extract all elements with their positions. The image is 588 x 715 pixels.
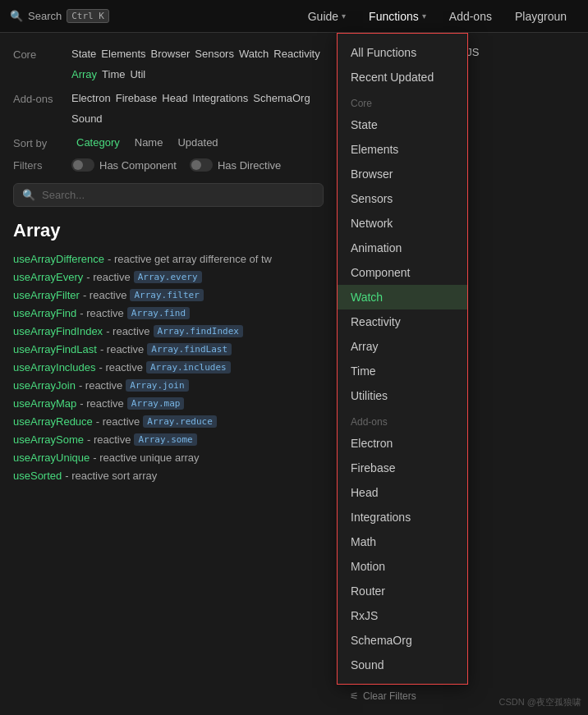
- dropdown-math[interactable]: Math: [338, 529, 467, 554]
- dropdown-reactivity[interactable]: Reactivity: [338, 309, 467, 334]
- top-nav: 🔍 Search Ctrl K Guide ▾ Functions ▾ Add-…: [0, 0, 588, 33]
- list-item: useArrayIncludes - reactive Array.includ…: [13, 361, 324, 374]
- dropdown-watch[interactable]: Watch: [338, 285, 467, 309]
- func-name[interactable]: useArrayFindIndex: [13, 325, 103, 337]
- component-toggle-dot[interactable]: [71, 158, 94, 172]
- tag-sensors[interactable]: Sensors: [195, 46, 234, 62]
- dropdown-head[interactable]: Head: [338, 480, 467, 505]
- dropdown-array[interactable]: Array: [338, 334, 467, 359]
- nav-search[interactable]: 🔍 Search Ctrl K: [10, 9, 109, 23]
- func-desc: - reactive get array difference of tw: [108, 253, 272, 265]
- func-name[interactable]: useArrayReduce: [13, 415, 93, 428]
- func-desc: - reactive: [80, 307, 123, 319]
- search-icon: 🔍: [10, 10, 23, 22]
- results-title: Array: [13, 220, 324, 241]
- list-item: useArrayUnique - reactive unique array: [13, 451, 324, 464]
- dropdown-schemaorg[interactable]: SchemaOrg: [338, 628, 467, 653]
- tag-util[interactable]: Util: [130, 66, 145, 82]
- func-name[interactable]: useArrayJoin: [13, 379, 76, 392]
- dropdown-addons-label: Add-ons: [338, 408, 467, 431]
- tag-time[interactable]: Time: [102, 66, 125, 82]
- addons-tags: Electron Firebase Head Integrations Sche…: [71, 90, 324, 126]
- dropdown-rxjs[interactable]: RxJS: [338, 603, 467, 628]
- tag-watch[interactable]: Watch: [239, 46, 269, 62]
- addons-section: Add-ons Electron Firebase Head Integrati…: [13, 90, 324, 126]
- list-item: useArrayReduce - reactive Array.reduce: [13, 415, 324, 428]
- nav-guide[interactable]: Guide ▾: [296, 0, 357, 33]
- func-name[interactable]: useArrayEvery: [13, 271, 83, 283]
- dropdown-elements[interactable]: Elements: [338, 137, 467, 162]
- core-section: Core State Elements Browser Sensors Watc…: [13, 46, 324, 82]
- func-name[interactable]: useArrayFilter: [13, 289, 80, 301]
- sort-category[interactable]: Category: [71, 135, 125, 150]
- dropdown-network[interactable]: Network: [338, 211, 467, 236]
- list-item: useArrayEvery - reactive Array.every: [13, 271, 324, 283]
- dropdown-electron[interactable]: Electron: [338, 431, 467, 456]
- func-desc: - reactive: [106, 325, 149, 337]
- tag-head[interactable]: Head: [162, 90, 187, 106]
- dropdown-integrations[interactable]: Integrations: [338, 505, 467, 529]
- dropdown-time[interactable]: Time: [338, 359, 467, 383]
- search-shortcut[interactable]: Ctrl K: [67, 9, 109, 23]
- nav-links: Guide ▾ Functions ▾ Add-ons Playgroun: [296, 0, 578, 33]
- dropdown-browser[interactable]: Browser: [338, 162, 467, 186]
- search-label: Search: [28, 10, 62, 22]
- tag-sound[interactable]: Sound: [71, 111, 103, 126]
- tag-schemaorg[interactable]: SchemaOrg: [253, 90, 310, 106]
- tag-browser[interactable]: Browser: [151, 46, 191, 62]
- nav-playground[interactable]: Playgroun: [503, 0, 578, 33]
- func-name[interactable]: useArrayFindLast: [13, 343, 97, 355]
- sortby-section: Sort by Category Name Updated: [13, 135, 324, 150]
- dropdown-state[interactable]: State: [338, 112, 467, 137]
- dropdown-component[interactable]: Component: [338, 260, 467, 285]
- func-tag: Array.includes: [146, 361, 231, 374]
- list-item: useArrayFind - reactive Array.find: [13, 307, 324, 319]
- filter-component-toggle[interactable]: Has Component: [71, 158, 177, 172]
- func-desc: - reactive: [87, 433, 131, 446]
- func-desc: - reactive: [99, 361, 142, 374]
- tag-array[interactable]: Array: [71, 66, 97, 82]
- search-input[interactable]: [42, 189, 315, 201]
- tag-state[interactable]: State: [71, 46, 96, 62]
- func-tag: Array.reduce: [143, 415, 216, 428]
- search-bar[interactable]: 🔍: [13, 183, 324, 207]
- dropdown-sound[interactable]: Sound: [338, 653, 467, 677]
- filter-icon: ⚟: [350, 690, 359, 702]
- func-tag: Array.every: [134, 271, 202, 283]
- dropdown-animation[interactable]: Animation: [338, 236, 467, 260]
- sortby-label: Sort by: [13, 135, 58, 149]
- tag-elements[interactable]: Elements: [101, 46, 145, 62]
- tag-firebase[interactable]: Firebase: [116, 90, 158, 106]
- dropdown-utilities[interactable]: Utilities: [338, 383, 467, 408]
- dropdown-sensors[interactable]: Sensors: [338, 186, 467, 211]
- filter-directive-toggle[interactable]: Has Directive: [190, 158, 281, 172]
- dropdown-all-functions[interactable]: All Functions: [338, 40, 467, 65]
- func-name[interactable]: useArrayFind: [13, 307, 76, 319]
- func-name[interactable]: useArraySome: [13, 433, 84, 446]
- sort-updated[interactable]: Updated: [172, 135, 223, 150]
- func-tag: Array.some: [134, 433, 196, 446]
- func-name[interactable]: useArrayUnique: [13, 451, 90, 464]
- tag-reactivity[interactable]: Reactivity: [273, 46, 319, 62]
- func-tag: Array.join: [126, 379, 188, 392]
- func-name[interactable]: useArrayIncludes: [13, 361, 95, 374]
- directive-toggle-dot[interactable]: [190, 158, 213, 172]
- filter-component-label: Has Component: [99, 159, 177, 172]
- chevron-down-icon: ▾: [422, 11, 426, 21]
- dropdown-motion[interactable]: Motion: [338, 554, 467, 579]
- func-name[interactable]: useArrayMap: [13, 397, 76, 410]
- nav-addons[interactable]: Add-ons: [438, 0, 503, 33]
- tag-electron[interactable]: Electron: [71, 90, 111, 106]
- dropdown-recent-updated[interactable]: Recent Updated: [338, 65, 467, 89]
- sort-name[interactable]: Name: [130, 135, 168, 150]
- dropdown-router[interactable]: Router: [338, 579, 467, 603]
- tag-integrations[interactable]: Integrations: [192, 90, 248, 106]
- func-name[interactable]: useSorted: [13, 470, 62, 482]
- func-tag: Array.find: [127, 307, 190, 319]
- dropdown-firebase[interactable]: Firebase: [338, 456, 467, 480]
- list-item: useArrayMap - reactive Array.map: [13, 397, 324, 410]
- list-item: useArrayFindLast - reactive Array.findLa…: [13, 343, 324, 355]
- func-name[interactable]: useArrayDifference: [13, 253, 104, 265]
- nav-functions[interactable]: Functions ▾: [357, 0, 438, 33]
- search-icon: 🔍: [22, 189, 35, 201]
